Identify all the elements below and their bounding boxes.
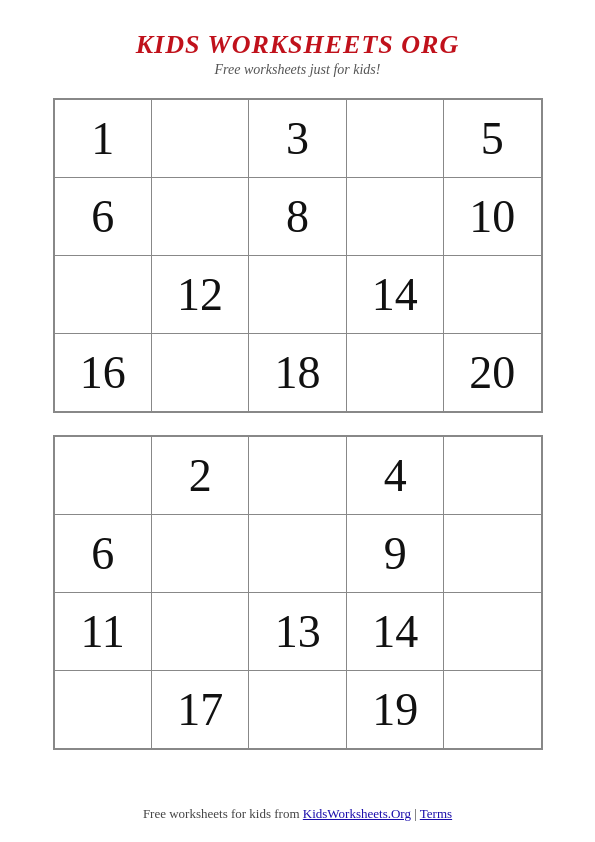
grid-cell: 8 — [249, 178, 346, 256]
grid-cell: 20 — [444, 334, 541, 412]
grid-cell: 13 — [249, 593, 346, 671]
grid-cell — [249, 515, 346, 593]
grid-cell — [444, 671, 541, 749]
grid-cell: 6 — [54, 178, 151, 256]
grid-cell: 11 — [54, 593, 151, 671]
grid-cell: 10 — [444, 178, 541, 256]
grid-cell: 19 — [346, 671, 443, 749]
grid-cell: 3 — [249, 100, 346, 178]
grid-cell: 18 — [249, 334, 346, 412]
grid-cell — [249, 256, 346, 334]
grid-cell: 14 — [346, 593, 443, 671]
grid-cell — [444, 437, 541, 515]
grid-cell — [346, 178, 443, 256]
site-subtitle: Free worksheets just for kids! — [215, 62, 381, 78]
grid-cell — [151, 178, 248, 256]
footer-link[interactable]: KidsWorksheets.Org — [303, 806, 411, 821]
grid-cell — [346, 334, 443, 412]
grid-cell — [151, 334, 248, 412]
grid-cell: 14 — [346, 256, 443, 334]
grid2: 24691113141719 — [53, 435, 543, 750]
grid-cell — [151, 593, 248, 671]
grid-cell: 9 — [346, 515, 443, 593]
grid-cell: 17 — [151, 671, 248, 749]
grid-cell: 2 — [151, 437, 248, 515]
footer: Free worksheets for kids from KidsWorksh… — [143, 806, 452, 822]
grid-cell — [444, 515, 541, 593]
terms-link[interactable]: Terms — [420, 806, 452, 821]
grid1: 13568101214161820 — [53, 98, 543, 413]
grid-cell — [444, 256, 541, 334]
footer-text: Free worksheets for kids from — [143, 806, 303, 821]
grid-cell: 16 — [54, 334, 151, 412]
grid-cell — [54, 437, 151, 515]
site-title: KIDS WORKSHEETS ORG — [136, 30, 459, 60]
grid-cell — [249, 437, 346, 515]
grid-cell — [444, 593, 541, 671]
grid-cell: 6 — [54, 515, 151, 593]
grid-cell — [346, 100, 443, 178]
grid-cell: 12 — [151, 256, 248, 334]
grid-cell — [151, 100, 248, 178]
grid-cell — [249, 671, 346, 749]
grid-cell — [54, 671, 151, 749]
footer-separator: | — [411, 806, 420, 821]
grid-cell: 1 — [54, 100, 151, 178]
grid-cell: 5 — [444, 100, 541, 178]
grid-cell — [151, 515, 248, 593]
grid-cell — [54, 256, 151, 334]
grid-cell: 4 — [346, 437, 443, 515]
